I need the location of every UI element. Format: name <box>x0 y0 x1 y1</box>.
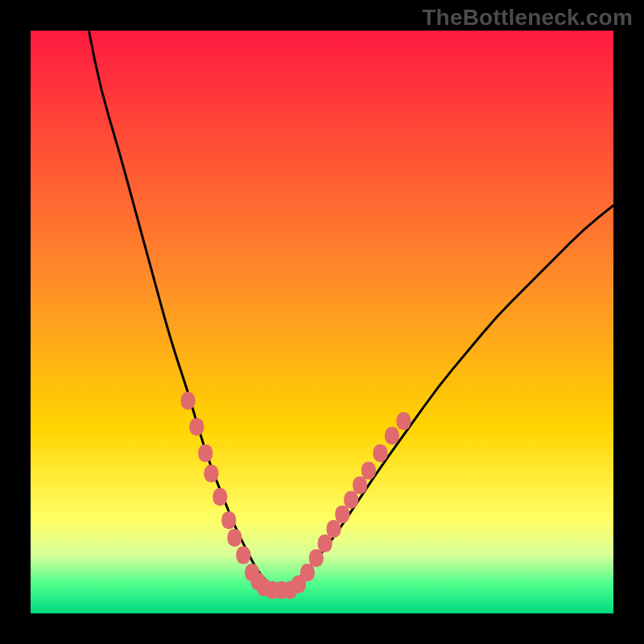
bottleneck-chart <box>0 0 644 644</box>
curve-marker <box>318 535 332 552</box>
watermark-text: TheBottleneck.com <box>422 5 633 31</box>
plot-background <box>31 31 613 613</box>
curve-marker <box>344 491 358 509</box>
curve-marker <box>353 477 367 494</box>
curve-marker <box>385 427 399 444</box>
curve-marker <box>396 412 411 430</box>
curve-marker <box>189 418 204 436</box>
curve-marker <box>309 549 324 567</box>
curve-marker <box>373 444 387 462</box>
curve-marker <box>300 564 315 581</box>
curve-marker <box>221 511 236 529</box>
curve-marker <box>327 520 341 538</box>
curve-marker <box>204 464 218 482</box>
curve-marker <box>213 488 227 506</box>
curve-marker <box>236 547 250 564</box>
chart-frame: TheBottleneck.com <box>0 0 644 644</box>
curve-marker <box>227 529 242 547</box>
curve-marker <box>181 392 196 410</box>
curve-marker <box>361 462 376 480</box>
curve-marker <box>198 444 213 462</box>
curve-marker <box>335 506 349 523</box>
